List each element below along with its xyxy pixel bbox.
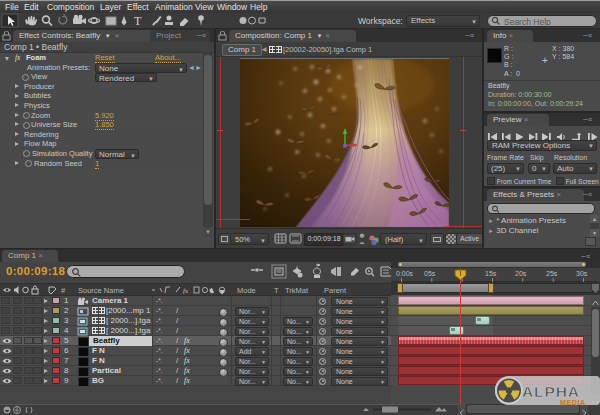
svg-text:fx: fx bbox=[183, 287, 189, 295]
svg-text:ALPHA: ALPHA bbox=[522, 383, 579, 400]
svg-text:MEDIA: MEDIA bbox=[560, 399, 585, 406]
svg-text:T: T bbox=[134, 14, 142, 28]
